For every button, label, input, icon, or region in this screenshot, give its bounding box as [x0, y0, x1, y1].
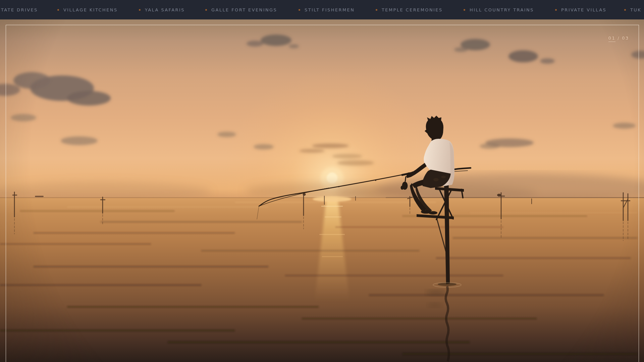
bullet-icon [139, 9, 141, 11]
ticker-label: YALA SAFARIS [145, 7, 185, 12]
ticker-item-private-villas[interactable]: PRIVATE VILLAS [555, 0, 606, 19]
ticker-label: PRIVATE VILLAS [561, 7, 606, 12]
ticker-label: STILT FISHERMEN [305, 7, 355, 12]
ticker-label: TATE DRIVES [1, 7, 38, 12]
bullet-icon [57, 9, 59, 11]
ticker-item-galle-fort-evenings[interactable]: GALLE FORT EVENINGS [205, 0, 277, 19]
ticker-label: HILL COUNTRY TRAINS [470, 7, 534, 12]
vignette-overlay [0, 19, 644, 362]
bullet-icon [376, 9, 377, 11]
slide-counter: 01/03 [608, 36, 629, 41]
hero-image-stilt-fisherman [0, 19, 644, 362]
ticker-item-stilt-fishermen[interactable]: STILT FISHERMEN [299, 0, 355, 19]
ticker-item-village-kitchens[interactable]: VILLAGE KITCHENS [57, 0, 118, 19]
slide-counter-current: 01 [608, 36, 616, 42]
bullet-icon [624, 9, 626, 11]
ticker-label: VILLAGE KITCHENS [63, 7, 118, 12]
ticker-label: TEMPLE CEREMONIES [382, 7, 443, 12]
hero-carousel: 01/03 [0, 19, 644, 362]
ticker-label: TUK [630, 7, 641, 12]
ticker-item-tate-drives[interactable]: TATE DRIVES [1, 0, 38, 19]
bullet-icon [464, 9, 465, 11]
slide-counter-separator: / [618, 36, 620, 41]
ticker-item-yala-safaris[interactable]: YALA SAFARIS [139, 0, 185, 19]
ticker-item-temple-ceremonies[interactable]: TEMPLE CEREMONIES [376, 0, 443, 19]
ticker-item-tuk[interactable]: TUK [624, 0, 641, 19]
bullet-icon [299, 9, 300, 11]
experiences-ticker-bar: TATE DRIVES VILLAGE KITCHENS YALA SAFARI… [0, 0, 644, 19]
ticker-item-hill-country-trains[interactable]: HILL COUNTRY TRAINS [464, 0, 534, 19]
page: TATE DRIVES VILLAGE KITCHENS YALA SAFARI… [0, 0, 644, 362]
bullet-icon [555, 9, 557, 11]
slide-counter-total: 03 [622, 36, 629, 41]
bullet-icon [205, 9, 207, 11]
ticker-label: GALLE FORT EVENINGS [211, 7, 277, 12]
